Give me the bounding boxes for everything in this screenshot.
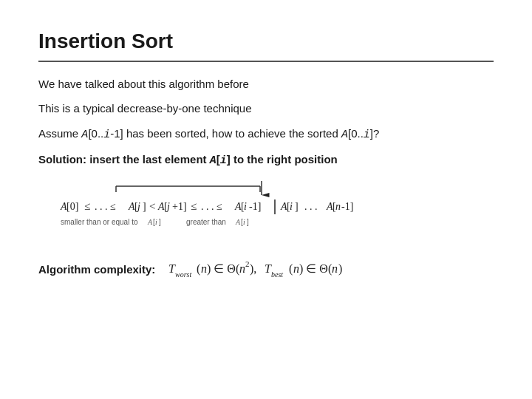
svg-text:),: ),	[250, 262, 256, 276]
svg-text:) ∈ Θ(: ) ∈ Θ(	[299, 262, 332, 276]
svg-text:<: <	[149, 200, 155, 212]
diagram-area: A [0] ≤ . . . ≤ A [ j ] < A [ j +1] ≤ . …	[38, 179, 494, 242]
svg-text:smaller than or equal to: smaller than or equal to	[61, 218, 138, 226]
svg-text:greater than: greater than	[186, 218, 226, 226]
svg-text:-1]: -1]	[341, 201, 353, 212]
svg-text:i: i	[244, 201, 247, 212]
svg-text:n: n	[293, 262, 299, 275]
svg-text:): )	[338, 262, 342, 276]
page-title: Insertion Sort	[38, 30, 494, 53]
svg-text:(: (	[197, 262, 200, 276]
complexity-formula: T worst ( n ) ∈ Θ( n 2 ), T best ( n ) ∈…	[168, 256, 398, 283]
line2: This is a typical decrease-by-one techni…	[38, 100, 494, 117]
svg-text:≤: ≤	[84, 200, 90, 212]
svg-text:(: (	[289, 262, 293, 276]
svg-text:i: i	[155, 218, 157, 226]
diagram-svg: A [0] ≤ . . . ≤ A [ j ] < A [ j +1] ≤ . …	[38, 179, 511, 242]
svg-text:i: i	[243, 218, 245, 226]
svg-text:. . . ≤: . . . ≤	[95, 201, 116, 212]
svg-text:]: ]	[295, 201, 299, 212]
line1: We have talked about this algorithm befo…	[38, 75, 494, 92]
svg-text:-1]: -1]	[249, 201, 261, 212]
assume-block: Assume A[0..i-1] has been sorted, how to…	[38, 125, 494, 144]
svg-text:2: 2	[245, 259, 250, 268]
svg-text:. . . ≤: . . . ≤	[201, 201, 222, 212]
svg-text:. . .: . . .	[304, 201, 318, 212]
svg-text:]: ]	[143, 201, 146, 212]
svg-text:i: i	[290, 201, 293, 212]
svg-text:]: ]	[247, 218, 249, 226]
formula-svg: T worst ( n ) ∈ Θ( n 2 ), T best ( n ) ∈…	[168, 256, 398, 280]
svg-text:n: n	[332, 262, 338, 275]
svg-text:≤: ≤	[191, 200, 197, 212]
svg-text:A: A	[235, 218, 241, 226]
svg-text:) ∈ Θ(: ) ∈ Θ(	[207, 262, 239, 276]
svg-text:[0]: [0]	[66, 201, 78, 212]
title-divider	[38, 61, 494, 62]
complexity-row: Algorithm complexity: T worst ( n ) ∈ Θ(…	[38, 256, 494, 283]
svg-text:best: best	[271, 270, 283, 279]
complexity-label: Algorithm complexity:	[38, 263, 155, 276]
svg-text:+1]: +1]	[172, 201, 187, 212]
svg-text:worst: worst	[175, 270, 191, 279]
svg-text:A: A	[147, 218, 153, 226]
svg-text:n: n	[335, 201, 341, 212]
svg-text:n: n	[239, 262, 245, 275]
slide: Insertion Sort We have talked about this…	[0, 0, 532, 399]
svg-text:]: ]	[159, 218, 161, 226]
svg-text:n: n	[201, 262, 207, 275]
solution-block: Solution: insert the last element A[i] t…	[38, 153, 494, 167]
